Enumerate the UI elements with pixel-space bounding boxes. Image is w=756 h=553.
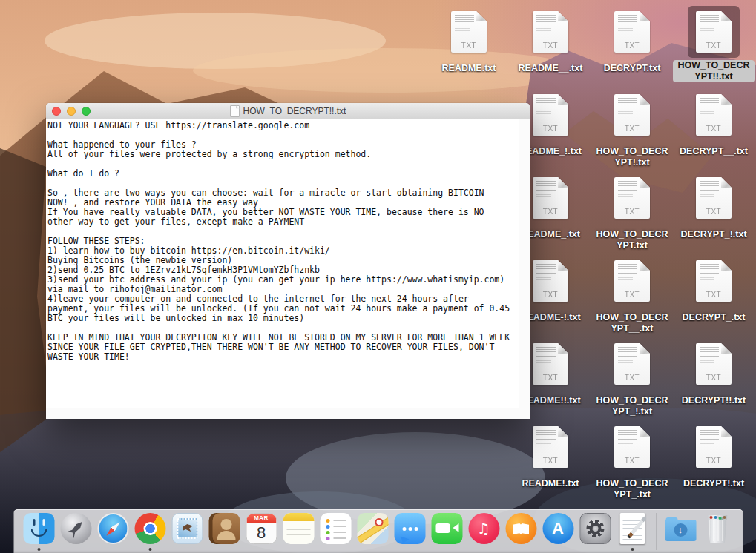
- dock-item-safari[interactable]: [96, 511, 129, 552]
- reminders-icon[interactable]: [320, 513, 351, 544]
- dock-item-finder[interactable]: [22, 511, 55, 552]
- desktop-file-icon[interactable]: TXT DECRYPT_.txt: [673, 255, 755, 323]
- dock-item-sysprefs[interactable]: [579, 511, 611, 552]
- txt-file-icon[interactable]: TXT: [696, 260, 732, 302]
- mail-icon[interactable]: [171, 513, 203, 544]
- txt-file-icon[interactable]: TXT: [451, 11, 487, 53]
- page-fold: [558, 260, 568, 271]
- file-label: DECRYPT.txt: [604, 63, 661, 74]
- contacts-icon[interactable]: [208, 513, 240, 544]
- page-fold: [640, 426, 650, 437]
- desktop-file-icon[interactable]: TXT README__.txt: [510, 6, 591, 74]
- desktop-file-icon[interactable]: TXT DECRYPT_!.txt: [673, 172, 755, 240]
- launchpad-icon[interactable]: [60, 513, 91, 544]
- txt-file-icon[interactable]: TXT: [696, 11, 732, 53]
- close-button[interactable]: [52, 107, 61, 116]
- window-titlebar[interactable]: HOW_TO_DECRYPT!!.txt: [46, 103, 530, 120]
- ibooks-icon[interactable]: [505, 513, 536, 544]
- dock-item-calendar[interactable]: MAR8: [245, 511, 277, 552]
- vertical-scrollbar[interactable]: [519, 119, 530, 408]
- calendar-icon[interactable]: MAR8: [246, 513, 277, 544]
- desktop-file-icon[interactable]: TXT README.txt: [428, 6, 510, 74]
- finder-icon[interactable]: [23, 513, 54, 544]
- txt-file-icon[interactable]: TXT: [614, 343, 650, 385]
- dock-item-appstore[interactable]: [542, 511, 574, 552]
- desktop-file-icon[interactable]: TXT DECRYPT!!.txt: [673, 338, 755, 406]
- dock-item-mail[interactable]: [171, 511, 203, 552]
- txt-file-icon[interactable]: TXT: [614, 260, 650, 302]
- dock-item-downloads[interactable]: ↓: [664, 511, 697, 552]
- system-preferences-icon[interactable]: [579, 513, 611, 544]
- horizontal-scrollbar[interactable]: [46, 408, 530, 419]
- dock-item-maps[interactable]: [356, 511, 389, 552]
- messages-icon[interactable]: [394, 513, 425, 544]
- txt-file-icon[interactable]: TXT: [533, 177, 568, 219]
- file-preview-lines: [700, 28, 714, 32]
- zoom-button[interactable]: [82, 107, 91, 116]
- file-type-badge: TXT: [614, 208, 650, 216]
- desktop-file-icon[interactable]: TXT HOW_TO_DECRYPT!.txt: [591, 89, 673, 168]
- desktop-file-icon[interactable]: TXT DECRYPT__.txt: [673, 89, 755, 157]
- txt-file-icon[interactable]: TXT: [533, 11, 568, 53]
- txt-file-icon[interactable]: TXT: [533, 343, 568, 385]
- dock-item-itunes[interactable]: [467, 511, 500, 552]
- dock-item-facetime[interactable]: [430, 511, 463, 552]
- desktop-file-icon[interactable]: TXT DECRYPT.txt: [591, 6, 673, 74]
- txt-file-icon[interactable]: TXT: [614, 177, 650, 219]
- file-preview-lines: [536, 181, 556, 192]
- document-icon: [230, 105, 240, 117]
- textedit-window: HOW_TO_DECRYPT!!.txt NOT YOUR LANGUAGE? …: [46, 103, 530, 419]
- notes-icon[interactable]: [283, 513, 314, 544]
- txt-file-icon[interactable]: TXT: [696, 177, 732, 219]
- chrome-icon[interactable]: [134, 513, 165, 544]
- dock-item-chrome[interactable]: [134, 511, 166, 552]
- maps-icon[interactable]: [357, 513, 388, 544]
- desktop-file-icon[interactable]: TXT DECRYPT!.txt: [673, 421, 755, 489]
- dock-item-trash[interactable]: [701, 511, 734, 552]
- desktop-file-icon[interactable]: TXT HOW_TO_DECRYPT!!.txt: [673, 6, 755, 82]
- txt-file-icon[interactable]: TXT: [533, 94, 568, 136]
- desktop-file-icon[interactable]: TXT HOW_TO_DECRYPT.txt: [591, 172, 673, 251]
- txt-file-icon[interactable]: TXT: [614, 94, 650, 136]
- desktop-file-icon[interactable]: TXT HOW_TO_DECRYPT__.txt: [591, 255, 673, 334]
- file-type-badge: TXT: [614, 291, 650, 299]
- itunes-icon[interactable]: [468, 513, 499, 544]
- file-label: HOW_TO_DECRYPT!.txt: [594, 146, 671, 168]
- file-type-badge: TXT: [696, 457, 732, 465]
- txt-file-icon[interactable]: TXT: [696, 343, 732, 385]
- file-label: HOW_TO_DECRYPT__.txt: [594, 312, 671, 334]
- facetime-icon[interactable]: [431, 513, 462, 544]
- dock-separator: [656, 513, 657, 550]
- txt-file-icon[interactable]: TXT: [696, 94, 732, 136]
- desktop-file-icon[interactable]: TXT HOW_TO_DECRYPT_.txt: [591, 421, 673, 500]
- txt-file-icon[interactable]: TXT: [696, 426, 732, 468]
- file-selection-backdrop: TXT: [443, 6, 495, 58]
- dock-item-textedit[interactable]: [616, 511, 648, 552]
- txt-file-icon[interactable]: TXT: [533, 260, 568, 302]
- dock-item-ibooks[interactable]: [504, 511, 537, 552]
- app-store-icon[interactable]: [542, 513, 573, 544]
- desktop-file-icon[interactable]: TXT HOW_TO_DECRYPT_!.txt: [591, 338, 673, 417]
- minimize-button[interactable]: [67, 107, 76, 116]
- txt-file-icon[interactable]: TXT: [614, 426, 650, 468]
- file-preview-lines: [536, 98, 556, 109]
- dock-item-messages[interactable]: [393, 511, 426, 552]
- file-label: HOW_TO_DECRYPT_.txt: [594, 478, 671, 500]
- txt-file-icon[interactable]: TXT: [533, 426, 568, 468]
- downloads-folder-icon[interactable]: ↓: [665, 513, 696, 544]
- dock-item-notes[interactable]: [282, 511, 315, 552]
- txt-file-icon[interactable]: TXT: [614, 11, 650, 53]
- file-preview-lines: [618, 15, 637, 26]
- file-label: HOW_TO_DECRYPT!!.txt: [673, 60, 755, 82]
- file-preview-lines: [536, 264, 556, 275]
- textedit-icon[interactable]: [619, 513, 645, 544]
- trash-full-icon[interactable]: [706, 515, 729, 543]
- ransom-note-text[interactable]: NOT YOUR LANGUAGE? USE https://translate…: [46, 119, 519, 408]
- running-indicator-dot: [37, 548, 40, 551]
- dock-item-reminders[interactable]: [319, 511, 352, 552]
- file-selection-backdrop: TXT: [525, 255, 576, 307]
- dock-item-launchpad[interactable]: [59, 511, 92, 552]
- dock-item-contacts[interactable]: [208, 511, 240, 552]
- safari-icon[interactable]: [97, 513, 128, 544]
- desktop-file-icon[interactable]: TXT README!.txt: [510, 421, 591, 489]
